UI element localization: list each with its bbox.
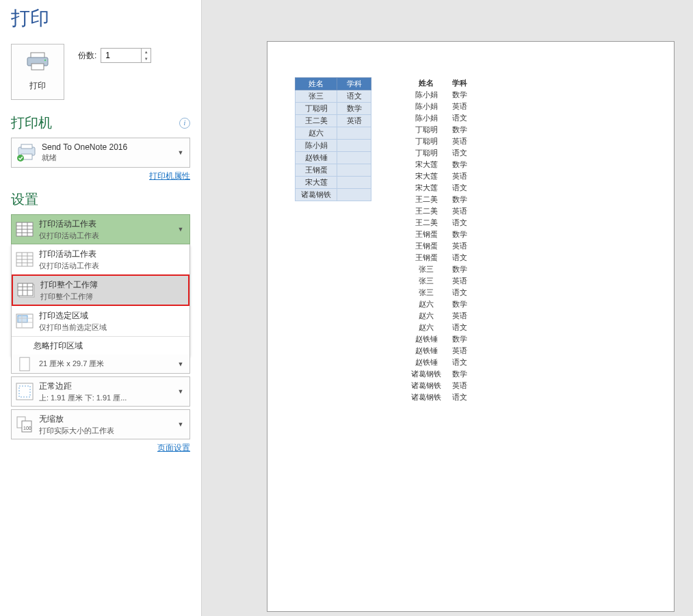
printer-properties-link[interactable]: 打印机属性 xyxy=(149,171,190,181)
table-row: 陈小娟语文 xyxy=(406,112,473,124)
print-button[interactable]: 打印 xyxy=(11,44,64,100)
printer-name: Send To OneNote 2016 xyxy=(42,142,176,152)
svg-point-3 xyxy=(44,60,46,61)
margins-selector[interactable]: 正常边距 上: 1.91 厘米 下: 1.91 厘... ▼ xyxy=(11,376,190,407)
printer-selector[interactable]: Send To OneNote 2016 就绪 ▼ xyxy=(11,138,190,168)
printer-status: 就绪 xyxy=(42,153,176,163)
table-row: 王二美英语 xyxy=(406,205,473,217)
worksheet-icon xyxy=(16,222,34,237)
print-scope-dropdown: 打印活动工作表 仅打印活动工作表 打印整个工作簿 打印整个工作簿 打印选定区 xyxy=(11,244,190,356)
table-row: 诸葛钢铁语文 xyxy=(406,392,473,403)
print-preview-area: 姓名学科 张三语文丁聪明数学王二美英语赵六陈小娟赵铁锤王钢蛋宋大莲诸葛钢铁 姓名… xyxy=(202,0,693,616)
table-row: 宋大莲英语 xyxy=(406,170,473,182)
svg-point-7 xyxy=(17,155,24,162)
copies-label: 份数: xyxy=(78,50,96,62)
table-row: 陈小娟数学 xyxy=(406,89,473,101)
scope-title: 打印活动工作表 xyxy=(39,218,176,230)
printer-device-icon xyxy=(16,143,38,162)
copies-spinner-up[interactable]: ▲ xyxy=(142,49,151,55)
svg-rect-31 xyxy=(20,357,29,371)
page-setup-link[interactable]: 页面设置 xyxy=(157,443,190,452)
worksheet-icon xyxy=(16,252,34,267)
table-row: 宋大莲语文 xyxy=(406,182,473,194)
table-row: 赵铁锤英语 xyxy=(406,345,473,357)
paper-size-selector-partial[interactable]: 21 厘米 x 29.7 厘米 ▼ xyxy=(11,355,190,374)
margins-icon xyxy=(16,383,34,400)
table-row: 赵六英语 xyxy=(406,310,473,322)
table-row: 王钢蛋语文 xyxy=(406,252,473,264)
table-row: 王二美数学 xyxy=(406,194,473,205)
preview-page: 姓名学科 张三语文丁聪明数学王二美英语赵六陈小娟赵铁锤王钢蛋宋大莲诸葛钢铁 姓名… xyxy=(267,41,675,612)
table-row: 陈小娟英语 xyxy=(406,101,473,112)
svg-text:100: 100 xyxy=(23,426,31,431)
table-row: 赵六语文 xyxy=(406,322,473,333)
chevron-down-icon: ▼ xyxy=(176,361,185,368)
table-row: 张三数学 xyxy=(406,264,473,275)
table-row: 诸葛钢铁 xyxy=(296,189,371,201)
table-row: 丁聪明数学 xyxy=(296,103,371,115)
ignore-print-area-option[interactable]: 忽略打印区域 xyxy=(12,336,189,355)
chevron-down-icon: ▼ xyxy=(176,226,185,233)
table-row: 王钢蛋数学 xyxy=(406,229,473,240)
chevron-down-icon: ▼ xyxy=(176,388,185,395)
table-row: 诸葛钢铁英语 xyxy=(406,380,473,392)
table-row: 赵六数学 xyxy=(406,298,473,310)
copies-spinner-down[interactable]: ▼ xyxy=(142,55,151,62)
scope-option-selection[interactable]: 打印选定区域 仅打印当前选定区域 xyxy=(12,306,189,336)
table-row: 赵六 xyxy=(296,127,371,140)
table-row: 赵铁锤数学 xyxy=(406,333,473,345)
table-row: 王钢蛋英语 xyxy=(406,240,473,252)
print-scope-selector[interactable]: 打印活动工作表 仅打印活动工作表 ▼ xyxy=(11,214,190,244)
svg-rect-27 xyxy=(18,316,27,322)
scope-sub: 仅打印活动工作表 xyxy=(39,231,176,241)
svg-rect-5 xyxy=(21,144,32,149)
table-row: 赵铁锤 xyxy=(296,152,371,164)
selection-icon xyxy=(16,313,34,329)
svg-rect-21 xyxy=(18,283,33,296)
table-row: 宋大莲数学 xyxy=(406,159,473,170)
table-row: 赵铁锤语文 xyxy=(406,357,473,368)
table-row: 王二美英语 xyxy=(296,115,371,127)
table-row: 丁聪明数学 xyxy=(406,124,473,136)
table-row: 张三语文 xyxy=(406,287,473,298)
scaling-selector[interactable]: 100 无缩放 打印实际大小的工作表 ▼ xyxy=(11,409,190,439)
table-row: 张三英语 xyxy=(406,275,473,287)
preview-table-left: 姓名学科 张三语文丁聪明数学王二美英语赵六陈小娟赵铁锤王钢蛋宋大莲诸葛钢铁 xyxy=(295,77,371,201)
table-row: 丁聪明语文 xyxy=(406,147,473,159)
page-icon xyxy=(16,357,34,372)
print-button-label: 打印 xyxy=(29,80,46,92)
printer-heading: 打印机 xyxy=(11,114,52,132)
preview-table-right: 姓名学科 陈小娟数学陈小娟英语陈小娟语文丁聪明数学丁聪明英语丁聪明语文宋大莲数学… xyxy=(406,77,473,403)
copies-input[interactable] xyxy=(101,49,141,62)
page-title: 打印 xyxy=(11,5,190,31)
table-row: 丁聪明英语 xyxy=(406,136,473,147)
table-row: 宋大莲 xyxy=(296,177,371,189)
scope-option-entire-workbook[interactable]: 打印整个工作簿 打印整个工作簿 xyxy=(12,274,189,306)
printer-icon xyxy=(26,52,49,73)
chevron-down-icon: ▼ xyxy=(176,421,185,428)
table-row: 诸葛钢铁数学 xyxy=(406,368,473,380)
workbook-icon xyxy=(17,283,35,298)
scaling-icon: 100 xyxy=(16,415,34,433)
table-row: 王钢蛋 xyxy=(296,164,371,177)
settings-heading: 设置 xyxy=(11,190,38,209)
table-row: 王二美语文 xyxy=(406,217,473,229)
svg-rect-2 xyxy=(31,64,44,70)
table-row: 陈小娟 xyxy=(296,140,371,152)
table-row: 张三语文 xyxy=(296,90,371,103)
info-icon[interactable]: i xyxy=(179,118,190,129)
scope-option-active-sheet[interactable]: 打印活动工作表 仅打印活动工作表 xyxy=(12,244,189,274)
chevron-down-icon: ▼ xyxy=(176,149,185,156)
